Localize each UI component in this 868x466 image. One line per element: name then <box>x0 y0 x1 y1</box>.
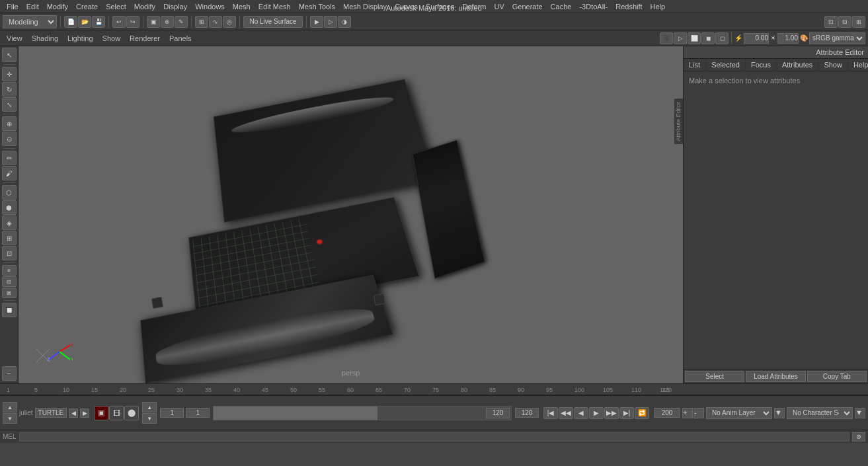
field-input[interactable] <box>744 33 769 44</box>
viewport-menu-show[interactable]: Show <box>99 33 125 44</box>
attr-tab-selected[interactable]: Selected <box>706 59 746 71</box>
time-ruler[interactable]: // We'll place ticks inline 1 5 10 15 20… <box>0 383 868 395</box>
attr-tab-attributes[interactable]: Attributes <box>777 59 818 71</box>
char-next-btn[interactable]: ▶ <box>80 408 89 418</box>
menu-help[interactable]: Help <box>647 0 670 13</box>
menu-mesh-display[interactable]: Mesh Display <box>339 0 391 13</box>
viewport-menu-renderer[interactable]: Renderer <box>126 33 164 44</box>
char-prev-btn[interactable]: ◀ <box>69 408 78 418</box>
scale-tool[interactable]: ⤡ <box>2 97 17 112</box>
anim-layer-icon2[interactable]: - <box>693 408 704 418</box>
menu-redshift[interactable]: Redshift <box>612 0 646 13</box>
paint-weights-btn[interactable]: 🖌 <box>2 166 17 180</box>
attr-copy-btn[interactable]: Copy Tab <box>807 371 867 382</box>
go-end-btn[interactable]: ▶| <box>619 407 634 419</box>
time-ruler-bg[interactable]: // We'll place ticks inline 1 5 10 15 20… <box>0 384 868 395</box>
menu-modify2[interactable]: Modify <box>130 0 159 13</box>
attr-load-btn[interactable]: Load Attributes <box>746 371 805 382</box>
current-frame-input[interactable] <box>186 408 210 418</box>
xray-btn[interactable]: ◻ <box>715 32 729 44</box>
menu-create[interactable]: Create <box>72 0 102 13</box>
menu-deform[interactable]: Deform <box>458 0 490 13</box>
character-set-select[interactable]: No Character Set <box>787 407 853 419</box>
smooth-btn[interactable]: ◼ <box>701 32 715 44</box>
lasso-button[interactable]: ⊚ <box>161 16 174 28</box>
no-live-surface-button[interactable]: No Live Surface <box>243 16 303 28</box>
playback-end-input[interactable] <box>654 408 680 418</box>
layer-icon-film[interactable]: 🎞 <box>109 406 124 420</box>
end-frame-input[interactable] <box>515 408 539 418</box>
attr-tab-list[interactable]: List <box>684 59 706 71</box>
menu-3dtool[interactable]: -3DtoAll- <box>575 0 612 13</box>
attr-tab-focus[interactable]: Focus <box>746 59 777 71</box>
cam-tool-btn[interactable]: 🎥 <box>660 32 673 44</box>
soft-select-btn[interactable]: ⊙ <box>2 132 17 146</box>
select-mask-btn[interactable]: ▷ <box>674 32 687 44</box>
universal-tool[interactable]: ⊕ <box>2 116 17 131</box>
menu-select[interactable]: Select <box>102 0 130 13</box>
redo-button[interactable]: ↪ <box>126 16 139 28</box>
layout-btn3[interactable]: ⊞ <box>852 16 865 28</box>
menu-curves[interactable]: Curves <box>391 0 422 13</box>
play-back-btn[interactable]: ◀ <box>574 407 588 419</box>
menu-mesh[interactable]: Mesh <box>229 0 255 13</box>
open-scene-button[interactable]: 📂 <box>78 16 91 28</box>
anim-layer-select[interactable]: No Anim Layer <box>706 407 772 419</box>
minus-btn[interactable]: − <box>2 366 17 381</box>
menu-modify[interactable]: Modify <box>43 0 72 13</box>
range-down-btn[interactable]: ▼ <box>142 413 157 424</box>
menu-edit[interactable]: Edit <box>22 0 43 13</box>
menu-edit-mesh[interactable]: Edit Mesh <box>255 0 295 13</box>
layer-icon-sphere[interactable]: ⬤ <box>124 406 139 420</box>
range-up-btn[interactable]: ▲ <box>142 402 157 412</box>
select-button[interactable]: ▣ <box>147 16 160 28</box>
timeline-range-bar[interactable] <box>213 406 512 420</box>
layout-btn1[interactable]: ⊡ <box>824 16 838 28</box>
render-seq-button[interactable]: ▷ <box>324 16 337 28</box>
step-back-btn[interactable]: ◀◀ <box>559 407 573 419</box>
start-frame-input[interactable] <box>160 408 184 418</box>
render-preview-btn[interactable]: 🔲 <box>2 303 17 317</box>
play-forward-btn[interactable]: ▶ <box>589 407 604 419</box>
viewport-menu-view[interactable]: View <box>3 33 26 44</box>
extrude-btn[interactable]: ⬢ <box>2 200 17 215</box>
menu-generate[interactable]: Generate <box>508 0 547 13</box>
menu-windows[interactable]: Windows <box>191 0 229 13</box>
mel-input[interactable] <box>19 432 849 442</box>
menu-uv[interactable]: UV <box>490 0 508 13</box>
lt-small-btn1[interactable]: ≡ <box>2 265 17 276</box>
go-start-btn[interactable]: |◀ <box>543 407 558 419</box>
snap-curve-button[interactable]: ∿ <box>209 16 222 28</box>
menu-mesh-tools[interactable]: Mesh Tools <box>295 0 339 13</box>
offset-btn[interactable]: ⊡ <box>2 246 17 260</box>
color-profile-select[interactable]: sRGB gamma <box>809 32 865 44</box>
move-tool[interactable]: ✛ <box>2 67 17 81</box>
menu-display[interactable]: Display <box>159 0 191 13</box>
viewport[interactable]: persp X Y Z <box>19 46 683 383</box>
wireframe-btn[interactable]: ⬜ <box>688 32 701 44</box>
menu-file[interactable]: File <box>3 0 22 13</box>
layer-down-btn[interactable]: ▼ <box>3 413 17 424</box>
attr-select-btn[interactable]: Select <box>685 371 744 382</box>
create-poly-btn[interactable]: ⬡ <box>2 185 17 200</box>
render-button[interactable]: ▶ <box>310 16 323 28</box>
menu-surfaces[interactable]: Surfaces <box>422 0 458 13</box>
gamma-input[interactable] <box>777 33 799 44</box>
viewport-menu-shading[interactable]: Shading <box>28 33 62 44</box>
ipr-button[interactable]: ◑ <box>338 16 351 28</box>
step-forward-btn[interactable]: ▶▶ <box>604 407 619 419</box>
edge-loop-btn[interactable]: ⊞ <box>2 231 17 245</box>
snap-grid-button[interactable]: ⊞ <box>195 16 208 28</box>
mel-options-btn[interactable]: ⚙ <box>852 432 865 442</box>
attr-tab-help[interactable]: Help <box>848 59 868 71</box>
layer-up-btn[interactable]: ▲ <box>3 402 17 412</box>
loop-btn[interactable]: 🔁 <box>635 407 649 419</box>
viewport-menu-panels[interactable]: Panels <box>165 33 196 44</box>
anim-layer-icon1[interactable]: + <box>682 408 693 418</box>
select-tool[interactable]: ↖ <box>2 48 17 62</box>
undo-button[interactable]: ↩ <box>112 16 126 28</box>
save-scene-button[interactable]: 💾 <box>92 16 105 28</box>
paint-button[interactable]: ✎ <box>175 16 188 28</box>
lt-small-btn3[interactable]: ⊠ <box>2 288 17 298</box>
menu-cache[interactable]: Cache <box>547 0 576 13</box>
